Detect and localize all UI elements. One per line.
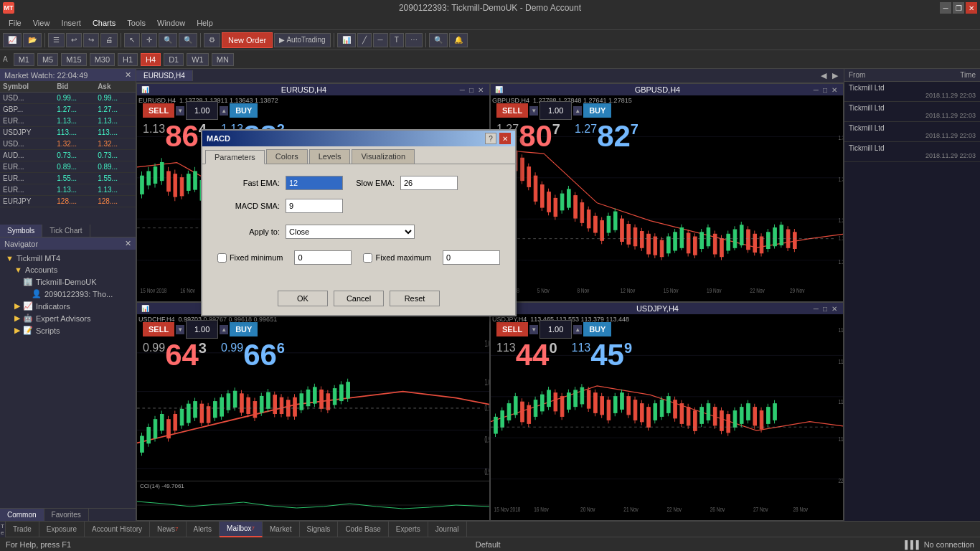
menu-help[interactable]: Help — [191, 17, 219, 29]
buy-button-gbpusd[interactable]: BUY — [583, 103, 611, 118]
lot-down-gbpusd[interactable]: ▼ — [529, 106, 538, 116]
chart-close-gbpusd[interactable]: ✕ — [830, 86, 839, 94]
market-watch-row[interactable]: EUR... 1.13... 1.13... — [0, 184, 136, 196]
chart-max-usdjpy[interactable]: □ — [821, 305, 829, 313]
message-item[interactable]: Tickmill Ltd 2018.11.29 22:03 — [844, 142, 980, 162]
trendline-button[interactable]: ╱ — [357, 33, 372, 47]
market-watch-row[interactable]: USDJPY 113.... 113.... — [0, 127, 136, 138]
lot-up-gbpusd[interactable]: ▲ — [573, 106, 582, 116]
lot-down-usdjpy[interactable]: ▼ — [529, 325, 538, 334]
macd-close-button[interactable]: ✕ — [499, 133, 511, 144]
fib-button[interactable]: ⋯ — [405, 33, 423, 47]
zoom-in-button[interactable]: 🔍 — [159, 33, 177, 47]
macd-tab-parameters[interactable]: Parameters — [205, 150, 265, 164]
nav-item-accounts[interactable]: ▼ Accounts — [3, 264, 133, 276]
menu-window[interactable]: Window — [151, 17, 191, 29]
tf-m15[interactable]: M15 — [61, 53, 86, 66]
fixed-min-checkbox[interactable] — [217, 253, 227, 263]
market-watch-row[interactable]: EURJPY 128.... 128.... — [0, 196, 136, 207]
tf-m5[interactable]: M5 — [37, 53, 58, 66]
nav-item-tickmill[interactable]: ▼ Tickmill MT4 — [3, 253, 133, 264]
tab-account-history[interactable]: Account History — [85, 522, 150, 537]
chart-tab-eurusd[interactable]: EURUSD,H4 — [136, 70, 193, 81]
tf-h1[interactable]: H1 — [118, 53, 138, 66]
chart-max-eurusd[interactable]: □ — [468, 86, 475, 94]
scroll-right-icon[interactable]: ▶ — [832, 71, 838, 80]
lot-input-usdjpy[interactable] — [540, 320, 572, 339]
mw-tab-symbols[interactable]: Symbols — [0, 225, 42, 237]
nav-item-indicators[interactable]: ▶ 📈 Indicators — [3, 300, 133, 312]
tf-mn[interactable]: MN — [212, 53, 234, 66]
sell-button-usdjpy[interactable]: SELL — [496, 322, 528, 336]
menu-view[interactable]: View — [27, 17, 56, 29]
navigator-close[interactable]: ✕ — [125, 239, 131, 248]
macd-ok-button[interactable]: OK — [278, 291, 328, 306]
lot-up-usdjpy[interactable]: ▲ — [573, 325, 582, 334]
message-item[interactable]: Tickmill Ltd 2018.11.29 22:03 — [844, 122, 980, 142]
sell-button-eurusd[interactable]: SELL — [143, 103, 174, 118]
macd-tab-levels[interactable]: Levels — [309, 149, 351, 164]
crosshair-button[interactable]: ✛ — [141, 33, 157, 47]
minimize-button[interactable]: ─ — [940, 2, 951, 14]
scroll-left-icon[interactable]: ◀ — [821, 71, 826, 80]
market-watch-row[interactable]: USD... 0.99... 0.99... — [0, 93, 136, 104]
buy-button-usdjpy[interactable]: BUY — [583, 322, 611, 336]
tab-exposure[interactable]: Exposure — [39, 522, 85, 537]
lot-input-eurusd[interactable] — [186, 101, 218, 120]
text-button[interactable]: T — [390, 33, 404, 47]
autotrading-button[interactable]: ▶ AutoTrading — [274, 33, 330, 47]
tab-alerts[interactable]: Alerts — [187, 522, 220, 537]
lot-up-eurusd[interactable]: ▲ — [220, 106, 228, 116]
redo-button[interactable]: ↪ — [83, 33, 99, 47]
macd-cancel-button[interactable]: Cancel — [334, 291, 384, 306]
undo-button[interactable]: ↩ — [66, 33, 82, 47]
message-item[interactable]: Tickmill Ltd 2018.11.29 22:03 — [844, 102, 980, 122]
market-watch-row[interactable]: GBP... 1.27... 1.27... — [0, 104, 136, 116]
sell-button-usdchf[interactable]: SELL — [143, 322, 174, 336]
fast-ema-input[interactable] — [286, 176, 343, 190]
chart-close-usdjpy[interactable]: ✕ — [830, 305, 839, 313]
profiles-button[interactable]: ☰ — [48, 33, 65, 47]
macd-tab-colors[interactable]: Colors — [266, 149, 308, 164]
mag-button[interactable]: 🔍 — [429, 33, 448, 47]
tab-mailbox[interactable]: Mailbox7 — [220, 522, 263, 537]
print-button[interactable]: 🖨 — [100, 33, 118, 47]
slow-ema-input[interactable] — [400, 176, 458, 190]
macd-reset-button[interactable]: Reset — [390, 291, 440, 306]
new-chart-button[interactable]: 📈 — [3, 33, 22, 47]
market-watch-row[interactable]: EUR... 1.13... 1.13... — [0, 116, 136, 127]
buy-button-eurusd[interactable]: BUY — [230, 103, 258, 118]
close-button[interactable]: ✕ — [966, 2, 977, 14]
hline-button[interactable]: ─ — [373, 33, 388, 47]
tf-m1[interactable]: M1 — [14, 53, 34, 66]
macd-tab-visualization[interactable]: Visualization — [352, 149, 415, 164]
lot-input-gbpusd[interactable] — [540, 101, 572, 120]
tab-signals[interactable]: Signals — [300, 522, 339, 537]
menu-file[interactable]: File — [3, 17, 27, 29]
market-watch-row[interactable]: EUR... 1.55... 1.55... — [0, 173, 136, 184]
zoom-out-button[interactable]: 🔍 — [179, 33, 197, 47]
market-watch-row[interactable]: EUR... 0.89... 0.89... — [0, 161, 136, 173]
nav-item-experts[interactable]: ▶ 🤖 Expert Advisors — [3, 312, 133, 324]
menu-tools[interactable]: Tools — [121, 17, 151, 29]
chart-min-eurusd[interactable]: ─ — [458, 86, 466, 94]
chart-min-usdjpy[interactable]: ─ — [812, 305, 820, 313]
alert-button[interactable]: 🔔 — [449, 33, 468, 47]
chart-close-eurusd[interactable]: ✕ — [476, 86, 485, 94]
terminal-label[interactable]: Te — [0, 522, 6, 537]
sell-button-gbpusd[interactable]: SELL — [496, 103, 528, 118]
lot-down-eurusd[interactable]: ▼ — [176, 106, 184, 116]
tab-journal[interactable]: Journal — [428, 522, 467, 537]
lot-down-usdchf[interactable]: ▼ — [176, 325, 184, 334]
nav-item-account[interactable]: 👤 2090122393: Tho... — [3, 288, 133, 300]
market-watch-row[interactable]: USD... 1.32... 1.32... — [0, 138, 136, 150]
mw-tab-tick[interactable]: Tick Chart — [42, 225, 90, 237]
nav-item-scripts[interactable]: ▶ 📝 Scripts — [3, 324, 133, 336]
fixed-min-input[interactable] — [294, 250, 352, 265]
tab-experts[interactable]: Experts — [389, 522, 428, 537]
lot-input-usdchf[interactable] — [186, 320, 218, 339]
scripts-tab-favorites[interactable]: Favorites — [44, 509, 89, 521]
lot-up-usdchf[interactable]: ▲ — [220, 325, 228, 334]
open-button[interactable]: 📂 — [23, 33, 42, 47]
scripts-tab-common[interactable]: Common — [0, 509, 44, 521]
